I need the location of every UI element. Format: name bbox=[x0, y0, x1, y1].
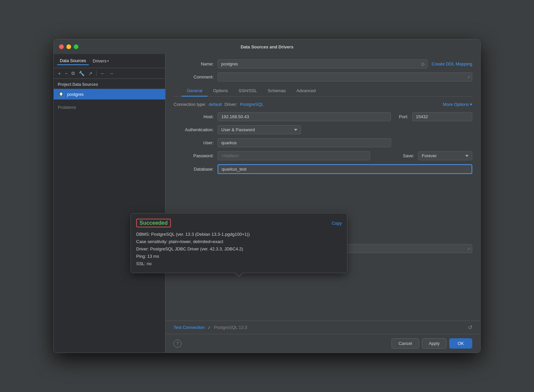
test-connection-link[interactable]: Test Connection bbox=[174, 325, 205, 330]
conn-type-row: Connection type: default Driver: Postgre… bbox=[174, 102, 472, 107]
save-label: Save: bbox=[374, 153, 414, 158]
user-row: User: bbox=[174, 138, 472, 147]
more-options-link[interactable]: More Options ▾ bbox=[443, 102, 472, 107]
ok-button[interactable]: OK bbox=[449, 338, 472, 349]
popup-arrow-inner bbox=[236, 273, 242, 276]
sidebar-toolbar: + − ⧉ 🔧 ↗ ← → bbox=[54, 68, 165, 79]
postgres-label: postgres bbox=[67, 92, 84, 97]
window-title: Data Sources and Drivers bbox=[241, 44, 293, 49]
expand-icon: ⤢ bbox=[467, 75, 470, 79]
bottom-bar: ? Cancel Apply OK bbox=[166, 334, 480, 353]
create-ddl-link[interactable]: Create DDL Mapping bbox=[432, 61, 472, 66]
database-input[interactable] bbox=[218, 164, 472, 174]
popup-line-2: Case sensitivity: plain=lower, delimited… bbox=[166, 238, 342, 245]
password-input[interactable] bbox=[218, 151, 370, 160]
refresh-icon[interactable]: ↺ bbox=[468, 324, 472, 331]
database-row: Database: bbox=[174, 164, 472, 174]
comment-label: Comment: bbox=[174, 74, 214, 79]
driver-value[interactable]: PostgreSQL bbox=[240, 102, 264, 107]
export-button[interactable]: ↗ bbox=[87, 70, 94, 77]
url-expand-icon: ⤢ bbox=[467, 247, 470, 251]
tab-advanced[interactable]: Advanced bbox=[291, 85, 321, 96]
settings-button[interactable]: 🔧 bbox=[77, 70, 86, 77]
problems-section: Problems bbox=[54, 102, 165, 113]
tab-data-sources[interactable]: Data Sources bbox=[57, 57, 89, 65]
auth-select[interactable]: User & Password No auth Username bbox=[218, 125, 301, 134]
traffic-lights bbox=[59, 44, 78, 49]
host-input[interactable] bbox=[218, 112, 391, 121]
conn-type-label: Connection type: bbox=[174, 102, 206, 107]
minimize-button[interactable] bbox=[66, 44, 71, 49]
tab-schemas[interactable]: Schemas bbox=[262, 85, 291, 96]
popup-line-3: Driver: PostgreSQL JDBC Driver (ver. 42.… bbox=[166, 245, 342, 253]
copy-config-button[interactable]: ⧉ bbox=[70, 69, 76, 77]
name-input-wrapper: ⊙ bbox=[218, 59, 428, 68]
popup-line-1: DBMS: PostgreSQL (ver. 13.3 (Debian 13.3… bbox=[166, 231, 342, 238]
copy-button[interactable]: Copy bbox=[332, 221, 342, 226]
driver-label: Driver: bbox=[225, 102, 237, 107]
checkmark-icon: ✓ bbox=[207, 325, 211, 330]
comment-row: Comment: ⤢ bbox=[174, 72, 472, 81]
toolbar-separator bbox=[96, 71, 96, 76]
comment-input[interactable] bbox=[218, 72, 472, 81]
tabs-bar: General Options SSH/SSL Schemas Advanced bbox=[174, 85, 472, 96]
tab-general[interactable]: General bbox=[182, 85, 208, 96]
comment-input-wrapper: ⤢ bbox=[218, 72, 472, 81]
sidebar-item-postgres[interactable]: postgres bbox=[54, 89, 165, 100]
conn-type-value[interactable]: default bbox=[209, 102, 222, 107]
title-bar: Data Sources and Drivers bbox=[54, 39, 480, 54]
database-label: Database: bbox=[174, 167, 214, 172]
name-label: Name: bbox=[174, 61, 214, 66]
succeeded-badge: Succeeded bbox=[166, 219, 171, 227]
close-button[interactable] bbox=[59, 44, 64, 49]
host-port-row: Host: Port: bbox=[174, 112, 472, 121]
user-label: User: bbox=[174, 140, 214, 145]
tab-drivers[interactable]: Drivers ▾ bbox=[90, 57, 111, 65]
popup-info: DBMS: PostgreSQL (ver. 13.3 (Debian 13.3… bbox=[166, 231, 342, 267]
auth-label: Authentication: bbox=[174, 127, 214, 132]
popup-line-5: SSL: no bbox=[166, 260, 342, 267]
maximize-button[interactable] bbox=[74, 44, 78, 49]
password-label: Password: bbox=[174, 153, 214, 158]
dialog: Data Sources and Drivers Data Sources Dr… bbox=[53, 39, 481, 353]
back-button[interactable]: ← bbox=[98, 70, 106, 77]
remove-button[interactable]: − bbox=[63, 70, 69, 77]
test-connection-bar: Test Connection ✓ PostgreSQL 13.3 ↺ bbox=[166, 321, 480, 334]
user-input[interactable] bbox=[218, 138, 391, 147]
port-input[interactable] bbox=[412, 112, 472, 121]
auth-row: Authentication: User & Password No auth … bbox=[174, 125, 472, 134]
password-row: Password: Save: Forever Never Until rest… bbox=[174, 151, 472, 160]
name-input[interactable] bbox=[218, 59, 428, 68]
name-icon: ⊙ bbox=[421, 61, 425, 67]
forward-button[interactable]: → bbox=[107, 70, 115, 77]
help-button[interactable]: ? bbox=[174, 340, 182, 348]
conn-type-info: Connection type: default Driver: Postgre… bbox=[174, 102, 264, 107]
sidebar-header: Data Sources Drivers ▾ bbox=[54, 54, 165, 68]
success-popup: Succeeded Copy DBMS: PostgreSQL (ver. 13… bbox=[166, 213, 347, 273]
right-panel: Name: ⊙ Create DDL Mapping Comment: ⤢ bbox=[166, 54, 480, 353]
chevron-down-icon: ▾ bbox=[470, 102, 472, 107]
sidebar: Data Sources Drivers ▾ + − ⧉ 🔧 ↗ ← → Pro… bbox=[54, 54, 166, 353]
host-label: Host: bbox=[174, 114, 214, 119]
tab-options[interactable]: Options bbox=[208, 85, 233, 96]
cancel-button[interactable]: Cancel bbox=[391, 338, 419, 349]
port-label: Port: bbox=[395, 114, 408, 119]
section-label: Project Data Sources bbox=[54, 79, 165, 89]
name-row: Name: ⊙ Create DDL Mapping bbox=[174, 59, 472, 68]
test-connection-result: PostgreSQL 13.3 bbox=[214, 325, 247, 330]
popup-header: Succeeded Copy bbox=[166, 219, 342, 227]
main-content: Data Sources Drivers ▾ + − ⧉ 🔧 ↗ ← → Pro… bbox=[54, 54, 480, 353]
chevron-down-icon: ▾ bbox=[107, 59, 109, 63]
tab-ssh-ssl[interactable]: SSH/SSL bbox=[233, 85, 262, 96]
postgres-icon bbox=[58, 91, 64, 97]
add-button[interactable]: + bbox=[56, 70, 62, 77]
form-area: Name: ⊙ Create DDL Mapping Comment: ⤢ bbox=[166, 54, 480, 321]
apply-button[interactable]: Apply bbox=[422, 338, 447, 349]
save-select[interactable]: Forever Never Until restart bbox=[418, 151, 472, 160]
popup-line-4: Ping: 13 ms bbox=[166, 253, 342, 260]
